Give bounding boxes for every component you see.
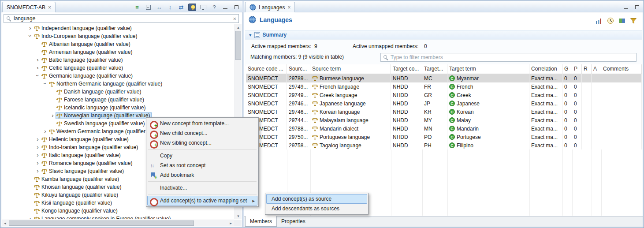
scroll-left-icon[interactable]: ◂ [2, 220, 8, 226]
expand-arrow-icon[interactable] [35, 57, 41, 63]
column-header[interactable]: Source term [310, 64, 391, 74]
map-diagram-icon[interactable] [618, 17, 626, 25]
column-header[interactable]: G [562, 64, 572, 74]
history-clock-icon[interactable] [607, 17, 614, 25]
member-row[interactable]: SNOMEDCT 29789... Burmese language NHDD … [246, 74, 642, 82]
context-menu-item[interactable]: New concept from template... [147, 119, 257, 128]
tree-item[interactable]: Icelandic language (qualifier value) [2, 104, 234, 112]
link-with-editor-icon[interactable]: ↔ [155, 3, 163, 11]
expand-arrow-icon[interactable] [42, 81, 48, 87]
tree-item[interactable]: Faroese language (qualifier value) [2, 96, 234, 104]
column-header[interactable]: Target term [447, 64, 529, 74]
chevron-down-icon[interactable]: ▾ [249, 32, 252, 38]
close-icon[interactable]: × [287, 5, 290, 10]
column-header[interactable]: A [592, 64, 601, 74]
context-menu-item[interactable] [147, 193, 257, 196]
minimize-view-button[interactable] [221, 3, 229, 11]
column-header[interactable]: P [572, 64, 582, 74]
g-cell: 0 [562, 116, 572, 124]
scroll-down-icon[interactable]: ▾ [235, 213, 242, 219]
expand-arrow-icon[interactable] [35, 160, 41, 166]
expand-arrow-icon[interactable] [27, 216, 33, 219]
context-menu-item[interactable]: New sibling concept... [147, 138, 257, 148]
tab-snomedct-ab[interactable]: SNOMEDCT-AB × [2, 2, 56, 12]
filter-input[interactable] [391, 54, 634, 60]
column-header[interactable]: Sourc... [287, 64, 310, 74]
context-menu-item[interactable]: New child concept... [147, 128, 257, 138]
tree-item[interactable]: Indo-European language (qualifier value) [2, 32, 234, 40]
filter-icon[interactable] [629, 17, 637, 25]
column-header[interactable]: Source code ... [246, 64, 287, 74]
sort-icon[interactable]: ↕ [166, 3, 174, 11]
expand-arrow-icon[interactable] [42, 128, 48, 135]
member-row[interactable]: SNOMEDCT 29746... Korean language NHDD K… [246, 108, 642, 116]
context-menu-item[interactable]: Copy [147, 151, 257, 161]
collapse-all-icon[interactable]: − [144, 3, 152, 11]
member-row[interactable]: SNOMEDCT 29744... Malayalam language NHD… [246, 116, 642, 124]
tree-item[interactable]: Kongo language (qualifier value) [2, 207, 234, 215]
tree-item[interactable]: Language commonly spoken in Europe (qual… [2, 215, 234, 219]
member-row[interactable]: SNOMEDCT 29750... Portuguese language NH… [246, 133, 642, 141]
tab-members[interactable]: Members [245, 216, 277, 227]
context-menu-item[interactable]: Add bookmark [147, 170, 257, 180]
maximize-view-button[interactable] [232, 3, 240, 11]
expand-arrow-icon[interactable] [50, 112, 56, 119]
expand-arrow-icon[interactable] [27, 33, 33, 39]
summary-header[interactable]: ▾ Summary [245, 30, 642, 40]
tree-item[interactable]: Albanian language (qualifier value) [2, 40, 234, 48]
scroll-up-icon[interactable]: ▴ [235, 24, 242, 30]
tree-item[interactable]: Northern Germanic language (qualifier va… [2, 80, 234, 88]
tree-item[interactable]: Independent language (qualifier value) [2, 24, 234, 32]
concept-search[interactable]: × [4, 14, 239, 23]
expand-arrow-icon[interactable] [35, 152, 41, 158]
tree-item[interactable]: Germanic language (qualifier value) [2, 72, 234, 80]
expand-arrow-icon[interactable] [35, 136, 41, 142]
member-row[interactable]: SNOMEDCT 29749... French language NHDD F… [246, 82, 642, 91]
console-icon[interactable] [199, 3, 207, 11]
member-filter[interactable] [380, 53, 637, 62]
context-menu-item[interactable] [147, 180, 257, 183]
tree-item[interactable]: Baltic language (qualifier value) [2, 56, 234, 64]
help-icon[interactable]: ? [210, 3, 218, 11]
context-menu-item[interactable]: Set as root concept [147, 161, 257, 170]
member-row[interactable]: SNOMEDCT 29749... Greek language NHDD GR… [246, 91, 642, 99]
search-input[interactable] [14, 15, 231, 22]
tab-languages[interactable]: Languages × [245, 2, 295, 12]
submenu-item[interactable]: Add concept(s) as source [266, 194, 367, 204]
expand-arrow-icon[interactable] [35, 144, 41, 150]
chart-icon[interactable] [595, 17, 603, 25]
clear-search-icon[interactable]: × [233, 15, 236, 22]
horizontal-scroll-thumb[interactable] [9, 221, 194, 226]
tree-item[interactable]: Armenian language (qualifier value) [2, 48, 234, 56]
expand-arrow-icon[interactable] [35, 168, 41, 174]
column-header[interactable]: Correlation [529, 64, 562, 74]
context-menu-item[interactable]: Inactivate... [147, 183, 257, 193]
close-icon[interactable]: × [48, 5, 51, 10]
submenu-item[interactable]: Add descendants as sources [266, 204, 367, 213]
tree-horizontal-scrollbar[interactable]: ◂ ▸ [2, 220, 234, 226]
context-menu-item[interactable] [147, 148, 257, 151]
expand-arrow-icon[interactable] [35, 73, 41, 79]
column-header[interactable]: R [582, 64, 592, 74]
lightbulb-icon[interactable] [188, 3, 196, 11]
expand-arrow-icon[interactable] [35, 65, 41, 71]
concept-badge-icon [449, 109, 455, 115]
column-header[interactable]: Comments [601, 64, 642, 74]
scroll-right-icon[interactable]: ▸ [227, 220, 234, 226]
tree-item[interactable]: Danish language (qualifier value) [2, 88, 234, 96]
tree-item[interactable]: Celtic language (qualifier value) [2, 64, 234, 72]
member-row[interactable]: SNOMEDCT 29746... Japanese language NHDD… [246, 99, 642, 108]
refresh-icon[interactable]: ⇄ [177, 3, 185, 11]
column-header[interactable]: Target... [422, 64, 447, 74]
minimize-view-button[interactable] [622, 3, 630, 11]
member-row[interactable]: SNOMEDCT 29788... Mandarin dialect NHDD … [246, 124, 642, 133]
menu-item-icon [149, 140, 156, 146]
maximize-view-button[interactable] [633, 3, 641, 11]
tab-properties[interactable]: Properties [277, 217, 310, 227]
vertical-scroll-thumb[interactable] [235, 31, 241, 60]
expand-arrow-icon[interactable] [27, 25, 33, 31]
context-menu-item[interactable]: Add concept(s) to active mapping set [147, 196, 257, 206]
member-row[interactable]: SNOMEDCT 29758... Tagalog language NHDD … [246, 141, 642, 150]
column-header[interactable]: Target co... [391, 64, 422, 74]
expand-levels-icon[interactable]: ≡ [133, 3, 141, 11]
